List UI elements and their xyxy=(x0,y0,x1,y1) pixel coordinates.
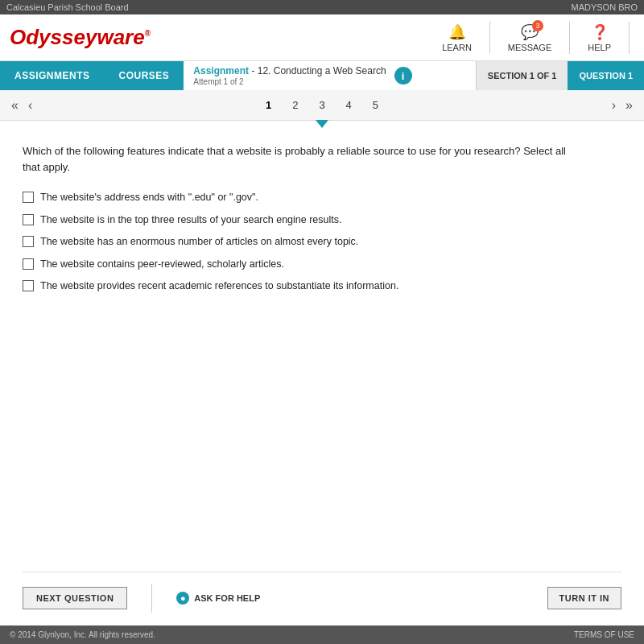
action-divider xyxy=(151,584,152,613)
attempt-label: Attempt 1 of 2 xyxy=(193,77,386,86)
option-label-5: The website provides recent academic ref… xyxy=(40,279,398,294)
question-text: Which of the following features indicate… xyxy=(23,143,586,175)
nav-bar: ASSIGNMENTS COURSES Assignment - 12. Con… xyxy=(0,61,644,90)
option-checkbox-1[interactable] xyxy=(23,192,34,203)
help-icon: ❓ xyxy=(591,23,609,41)
option-label-2: The website is in the top three results … xyxy=(40,213,342,228)
page-4[interactable]: 4 xyxy=(343,97,355,113)
last-page-button[interactable]: » xyxy=(621,97,638,114)
option-label-3: The website has an enormous number of ar… xyxy=(40,235,358,250)
ask-for-help-button[interactable]: ● ASK FOR HELP xyxy=(176,592,260,605)
action-bar: NEXT QUESTION ● ASK FOR HELP TURN IT IN xyxy=(23,572,621,613)
page-numbers: 1 2 3 4 5 xyxy=(262,97,382,113)
page-arrow-indicator xyxy=(316,120,328,128)
option-checkbox-2[interactable] xyxy=(23,214,34,225)
option-checkbox-5[interactable] xyxy=(23,280,34,291)
learn-icon: 🔔 xyxy=(448,23,466,41)
prev-page-button[interactable]: ‹ xyxy=(23,97,37,114)
app-logo: Odysseyware® xyxy=(10,25,442,50)
assignment-label: Assignment xyxy=(193,65,249,76)
option-label-1: The website's address ends with ".edu" o… xyxy=(40,191,258,205)
page-2[interactable]: 2 xyxy=(289,97,301,113)
top-bar: Calcasieu Parish School Board MADYSON BR… xyxy=(0,0,644,14)
message-label: MESSAGE xyxy=(508,43,551,52)
copyright-label: © 2014 Glynlyon, Inc. All rights reserve… xyxy=(10,630,155,639)
message-nav-item[interactable]: 💬 3 MESSAGE xyxy=(508,23,551,52)
turn-it-in-button[interactable]: TURN IT IN xyxy=(547,587,621,609)
option-label-4: The website contains peer-reviewed, scho… xyxy=(40,258,284,272)
nav-divider-3 xyxy=(629,22,630,54)
message-badge: 3 xyxy=(532,20,543,31)
ask-for-help-label: ASK FOR HELP xyxy=(194,593,260,603)
next-question-button[interactable]: NEXT QUESTION xyxy=(23,587,127,609)
assignment-title-text: - 12. Conducting a Web Search xyxy=(251,65,386,76)
assignments-tab[interactable]: ASSIGNMENTS xyxy=(0,61,105,90)
next-page-button[interactable]: › xyxy=(607,97,621,114)
school-board-label: Calcasieu Parish School Board xyxy=(6,2,129,12)
nav-divider-2 xyxy=(569,22,570,54)
courses-tab[interactable]: COURSES xyxy=(105,61,184,90)
main-content: Which of the following features indicate… xyxy=(0,121,644,625)
help-nav-item[interactable]: ❓ HELP xyxy=(588,23,611,52)
nav-divider-1 xyxy=(489,22,490,54)
page-5[interactable]: 5 xyxy=(369,97,382,113)
pagination-bar: « ‹ 1 2 3 4 5 › » xyxy=(0,90,644,121)
terms-of-use-link[interactable]: TERMS OF USE xyxy=(574,630,634,639)
page-3[interactable]: 3 xyxy=(316,97,328,113)
option-checkbox-4[interactable] xyxy=(23,258,34,270)
option-item-3: The website has an enormous number of ar… xyxy=(23,235,621,250)
help-label: HELP xyxy=(588,43,611,52)
learn-label: LEARN xyxy=(442,43,472,52)
header: Odysseyware® 🔔 LEARN 💬 3 MESSAGE ❓ HELP xyxy=(0,14,644,61)
options-list: The website's address ends with ".edu" o… xyxy=(23,191,621,294)
option-item-5: The website provides recent academic ref… xyxy=(23,279,621,294)
question-label: QUESTION 1 xyxy=(568,61,644,90)
info-icon-button[interactable]: i xyxy=(394,67,412,85)
section-label: SECTION 1 OF 1 xyxy=(476,61,568,90)
header-nav: 🔔 LEARN 💬 3 MESSAGE ❓ HELP xyxy=(442,22,634,54)
message-icon: 💬 3 xyxy=(521,23,539,41)
option-item-2: The website is in the top three results … xyxy=(23,213,621,228)
option-checkbox-3[interactable] xyxy=(23,236,34,247)
ask-help-icon: ● xyxy=(176,592,189,605)
option-item-1: The website's address ends with ".edu" o… xyxy=(23,191,621,205)
option-item-4: The website contains peer-reviewed, scho… xyxy=(23,258,621,272)
first-page-button[interactable]: « xyxy=(6,97,23,114)
page-1[interactable]: 1 xyxy=(262,97,275,113)
user-name-label: MADYSON BRO xyxy=(571,2,638,12)
footer: © 2014 Glynlyon, Inc. All rights reserve… xyxy=(0,625,644,644)
learn-nav-item[interactable]: 🔔 LEARN xyxy=(442,23,472,52)
assignment-info: Assignment - 12. Conducting a Web Search… xyxy=(184,61,475,90)
